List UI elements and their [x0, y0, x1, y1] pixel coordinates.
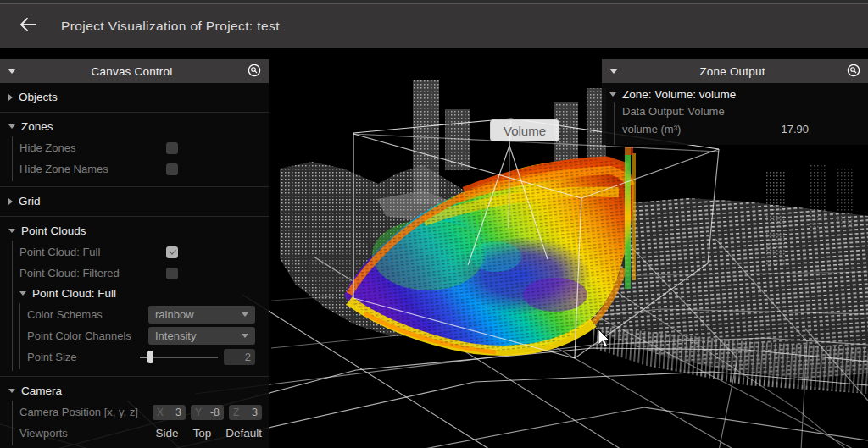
color-schemas-select[interactable]: rainbow	[148, 306, 255, 324]
select-caret-icon	[242, 334, 248, 338]
camera-section: Camera Camera Position [x, y, z] X 3 Y -…	[0, 377, 269, 448]
camera-y-input[interactable]: Y -8	[191, 405, 224, 420]
collapse-panel-icon[interactable]	[8, 69, 16, 74]
objects-section-toggle[interactable]: Objects	[0, 87, 269, 107]
zone-name-label: Volume	[490, 119, 559, 141]
canvas-control-panel: Canvas Control Objects Zones Hide Zone	[0, 59, 269, 448]
chevron-down-icon	[8, 229, 15, 233]
canvas-control-title: Canvas Control	[16, 65, 248, 78]
point-cloud-filtered-checkbox[interactable]	[166, 268, 178, 279]
viewport-top-button[interactable]: Top	[192, 427, 211, 440]
point-color-channels-label: Point Color Channels	[27, 329, 148, 342]
viewports-row: Viewports Side Top Default	[19, 423, 262, 444]
point-size-value[interactable]: 2	[224, 349, 255, 365]
point-cloud-filtered-label: Point Cloud: Filtered	[19, 267, 166, 279]
zones-section: Zones Hide Zones Hide Zone Names	[0, 113, 269, 187]
chevron-down-icon	[8, 389, 15, 393]
back-button[interactable]	[15, 14, 41, 39]
point-cloud-filtered-row: Point Cloud: Filtered	[19, 263, 262, 284]
zone-output-panel: Zone Output Zone: Volume: volume Data Ou…	[602, 59, 868, 145]
viewport-side-button[interactable]: Side	[155, 427, 178, 440]
point-clouds-section-toggle[interactable]: Point Clouds	[0, 221, 269, 241]
point-color-channels-select[interactable]: Intensity	[148, 327, 255, 345]
chevron-down-icon	[609, 92, 616, 97]
camera-position-label: Camera Position [x, y, z]	[19, 406, 147, 418]
hide-zone-names-label: Hide Zone Names	[19, 163, 166, 175]
camera-x-input[interactable]: X 3	[153, 405, 186, 420]
zones-section-toggle[interactable]: Zones	[0, 117, 269, 136]
point-clouds-section: Point Clouds Point Cloud: Full Point Clo…	[0, 217, 269, 377]
color-schemas-row: Color Schemas rainbow	[27, 304, 255, 325]
data-output-row: Data Output: Volume	[622, 102, 861, 120]
point-cloud-full-label: Point Cloud: Full	[19, 246, 166, 258]
chevron-down-icon	[8, 124, 15, 129]
camera-section-toggle[interactable]: Camera	[0, 381, 269, 401]
objects-section: Objects	[0, 83, 269, 113]
point-cloud-full-subsection-toggle[interactable]: Point Cloud: Full	[19, 284, 262, 303]
camera-z-input[interactable]: Z 3	[229, 405, 262, 420]
chevron-right-icon	[8, 94, 13, 101]
grid-section: Grid	[0, 187, 269, 217]
hide-zone-names-row: Hide Zone Names	[19, 158, 262, 180]
zone-output-title: Zone Output	[618, 65, 847, 78]
title-bar: Project Visualization of Project: test	[0, 4, 868, 48]
select-caret-icon	[242, 312, 248, 317]
point-cloud-full-checkbox[interactable]	[166, 246, 178, 258]
point-cloud-full-row: Point Cloud: Full	[19, 241, 262, 263]
collapse-panel-icon[interactable]	[609, 69, 618, 74]
point-size-label: Point Size	[27, 351, 140, 363]
focus-search-icon[interactable]	[847, 64, 860, 80]
point-size-slider[interactable]	[140, 351, 218, 363]
viewport-default-button[interactable]: Default	[225, 427, 262, 440]
point-size-row: Point Size 2	[27, 346, 255, 368]
viewports-label: Viewports	[19, 427, 141, 440]
volume-metric-label: volume (m³)	[622, 123, 681, 136]
grid-section-toggle[interactable]: Grid	[0, 191, 269, 211]
slider-handle[interactable]	[147, 351, 153, 363]
hide-zone-names-checkbox[interactable]	[166, 163, 178, 175]
chevron-right-icon	[8, 198, 13, 205]
point-color-channels-row: Point Color Channels Intensity	[27, 325, 255, 346]
zone-output-header[interactable]: Zone Output	[602, 59, 868, 83]
chevron-down-icon	[19, 291, 26, 296]
camera-position-row: Camera Position [x, y, z] X 3 Y -8 Z 3	[19, 401, 262, 423]
hide-zones-label: Hide Zones	[19, 141, 166, 154]
canvas-control-header[interactable]: Canvas Control	[0, 59, 269, 83]
page-title: Project Visualization of Project: test	[61, 19, 280, 34]
hide-zones-row: Hide Zones	[19, 137, 262, 158]
hide-zones-checkbox[interactable]	[166, 142, 178, 154]
volume-metric-row: volume (m³) 17.90	[622, 120, 861, 138]
focus-search-icon[interactable]	[248, 64, 261, 80]
volume-metric-value: 17.90	[781, 123, 809, 136]
color-schemas-label: Color Schemas	[27, 308, 148, 321]
back-arrow-icon	[19, 18, 36, 35]
zone-volume-toggle[interactable]: Zone: Volume: volume	[602, 83, 868, 102]
